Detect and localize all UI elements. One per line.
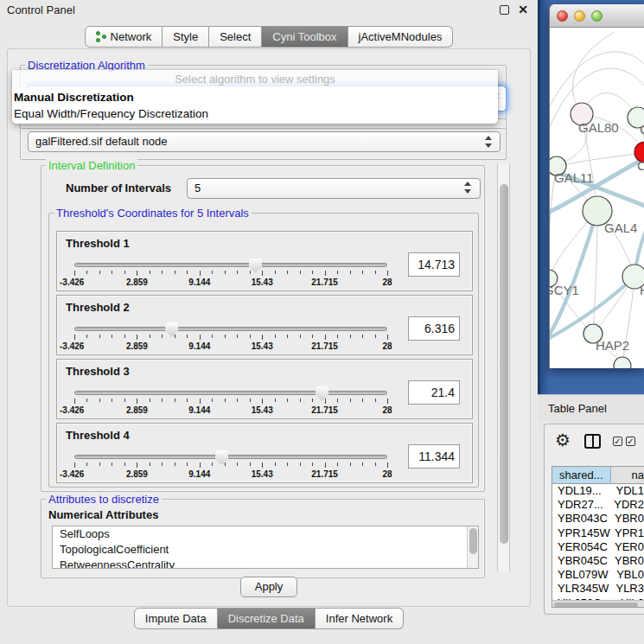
table-cell[interactable]: YPR145W bbox=[552, 526, 611, 540]
gear-icon[interactable]: ⚙ bbox=[555, 430, 571, 450]
table-cell[interactable]: YBR045C bbox=[552, 554, 611, 568]
network-icon bbox=[96, 31, 106, 43]
zoom-traffic-light-icon[interactable] bbox=[591, 10, 603, 22]
tick-label: 9.144 bbox=[188, 469, 210, 479]
column-header-name[interactable]: na bbox=[611, 467, 644, 483]
tab-style[interactable]: Style bbox=[163, 26, 209, 48]
tick-mark bbox=[175, 335, 175, 338]
table-cell[interactable]: YLR3 bbox=[612, 582, 644, 596]
table-cell[interactable]: YDL19... bbox=[552, 484, 612, 498]
table-row[interactable]: YER054CYER0 bbox=[552, 540, 644, 554]
tick-label: 2.859 bbox=[126, 341, 148, 351]
tick-label: 9.144 bbox=[188, 405, 210, 415]
tab-jactivemnodules[interactable]: jActiveMNodules bbox=[348, 26, 454, 48]
table-cell[interactable]: YBR0 bbox=[611, 554, 644, 568]
threshold-3-box: Threshold 3 -3.4262.8599.14415.4321.7152… bbox=[56, 359, 473, 419]
tick-mark bbox=[312, 399, 313, 402]
tick-mark bbox=[200, 462, 201, 468]
tab-discretize-data-label: Discretize Data bbox=[228, 609, 304, 628]
tick-mark bbox=[175, 399, 175, 402]
threshold-3-value-field[interactable]: 21.4 bbox=[408, 380, 460, 405]
tick-label: 15.43 bbox=[252, 277, 273, 287]
tick-mark bbox=[175, 271, 175, 274]
tab-network[interactable]: Network bbox=[85, 26, 163, 48]
tick-mark bbox=[212, 335, 213, 338]
horizontal-scrollbar[interactable] bbox=[552, 600, 644, 607]
tick-mark bbox=[325, 462, 326, 468]
table-cell[interactable]: YDR2 bbox=[610, 498, 644, 512]
threshold-2-value-field[interactable]: 6.316 bbox=[408, 316, 460, 341]
table-cell[interactable]: YBL079W bbox=[552, 568, 613, 582]
table-row[interactable]: YDR27...YDR2 bbox=[552, 498, 644, 512]
table-cell[interactable]: YDL1 bbox=[612, 484, 644, 498]
table-row[interactable]: YBR045CYBR0 bbox=[552, 554, 644, 568]
tick-mark bbox=[74, 335, 75, 340]
table-cell[interactable]: YPR1 bbox=[611, 526, 644, 540]
tab-impute-data[interactable]: Impute Data bbox=[134, 608, 218, 629]
algorithm-option-manual[interactable]: Manual Discretization bbox=[12, 89, 498, 105]
tick-mark bbox=[350, 271, 351, 274]
tick-mark bbox=[112, 271, 112, 274]
table-cell[interactable]: YER0 bbox=[611, 540, 644, 554]
table-row[interactable]: YLR345WYLR3 bbox=[552, 582, 644, 596]
threshold-2-slider[interactable]: -3.4262.8599.14415.4321.71528 bbox=[74, 323, 387, 353]
slider-tick-labels: -3.4262.8599.14415.4321.71528 bbox=[74, 277, 387, 288]
threshold-coordinates-group: Threshold's Coordinates for 5 Intervals … bbox=[48, 213, 479, 488]
number-of-intervals-combobox[interactable]: 5 bbox=[187, 178, 481, 199]
table-cell[interactable]: YDR27... bbox=[552, 498, 610, 512]
tab-cyni-toolbox[interactable]: Cyni Toolbox bbox=[262, 26, 348, 48]
close-traffic-light-icon[interactable] bbox=[557, 10, 568, 22]
table-body[interactable]: YDL19...YDL1YDR27...YDR2YBR043CYBR0YPR14… bbox=[552, 484, 644, 602]
tick-mark bbox=[137, 399, 137, 404]
tick-mark bbox=[387, 462, 388, 468]
algorithm-dropdown-popup: Select algorithm to view settings Manual… bbox=[12, 70, 498, 124]
split-view-icon[interactable] bbox=[584, 434, 601, 449]
tick-label: 2.859 bbox=[126, 469, 148, 479]
minimize-traffic-light-icon[interactable] bbox=[574, 10, 585, 22]
apply-button[interactable]: Apply bbox=[240, 577, 297, 597]
tab-network-label: Network bbox=[111, 27, 152, 47]
table-cell[interactable]: YER054C bbox=[552, 540, 611, 554]
tick-mark bbox=[74, 399, 75, 404]
column-header-shared-name[interactable]: shared... bbox=[552, 467, 611, 483]
table-data-combobox[interactable]: galFiltered.sif default node bbox=[28, 131, 501, 152]
table-cell[interactable]: YBL0 bbox=[613, 568, 644, 582]
tab-discretize-data[interactable]: Discretize Data bbox=[218, 608, 316, 629]
threshold-4-value-field[interactable]: 11.344 bbox=[408, 444, 460, 469]
algorithm-option-equal-width[interactable]: Equal Width/Frequency Discretization bbox=[12, 105, 498, 122]
tick-mark bbox=[287, 399, 288, 402]
threshold-4-slider[interactable]: -3.4262.8599.14415.4321.71528 bbox=[74, 451, 387, 481]
attribute-list-item[interactable]: TopologicalCoefficient bbox=[53, 542, 478, 558]
tick-mark bbox=[337, 335, 338, 338]
slider-track bbox=[74, 263, 387, 267]
float-icon[interactable] bbox=[500, 5, 509, 15]
tick-mark bbox=[99, 462, 100, 466]
threshold-1-value-field[interactable]: 14.713 bbox=[408, 252, 460, 277]
panel-scrollbar[interactable] bbox=[497, 163, 510, 571]
tick-mark bbox=[124, 335, 125, 338]
attributes-scrollbar[interactable] bbox=[467, 526, 478, 568]
table-cell[interactable]: YBR043C bbox=[552, 512, 611, 526]
table-row[interactable]: YDL19...YDL1 bbox=[552, 484, 644, 498]
table-panel-titlebar: Table Panel bbox=[538, 394, 644, 422]
attribute-list-item[interactable]: BetweennessCentrality bbox=[53, 558, 478, 569]
threshold-3-slider[interactable]: -3.4262.8599.14415.4321.71528 bbox=[74, 387, 387, 417]
node-bottom[interactable] bbox=[614, 357, 631, 368]
network-canvas[interactable]: GAL80 GA C GAL11 GAL4 GCY1 H HAP2 bbox=[550, 28, 644, 368]
close-icon[interactable]: ✕ bbox=[518, 3, 528, 16]
checkbox-icon[interactable]: ✓ bbox=[613, 437, 622, 446]
numerical-attributes-list[interactable]: SelfLoopsTopologicalCoefficientBetweenne… bbox=[52, 526, 479, 569]
checkbox-icon[interactable]: ✓ bbox=[626, 437, 635, 446]
threshold-1-slider[interactable]: -3.4262.8599.14415.4321.71528 bbox=[74, 259, 387, 289]
tab-infer-network[interactable]: Infer Network bbox=[316, 608, 404, 629]
attribute-list-item[interactable]: SelfLoops bbox=[53, 526, 478, 542]
threshold-3-label: Threshold 3 bbox=[66, 365, 130, 378]
table-cell[interactable]: YBR0 bbox=[611, 512, 644, 526]
table-row[interactable]: YBR043CYBR0 bbox=[552, 512, 644, 526]
table-row[interactable]: YPR145WYPR1 bbox=[552, 526, 644, 540]
table-row[interactable]: YBL079WYBL0 bbox=[552, 568, 644, 582]
tab-select[interactable]: Select bbox=[209, 26, 262, 48]
table-cell[interactable]: YLR345W bbox=[552, 582, 612, 596]
threshold-2-box: Threshold 2 -3.4262.8599.14415.4321.7152… bbox=[56, 295, 473, 355]
tick-label: 21.715 bbox=[311, 469, 338, 479]
